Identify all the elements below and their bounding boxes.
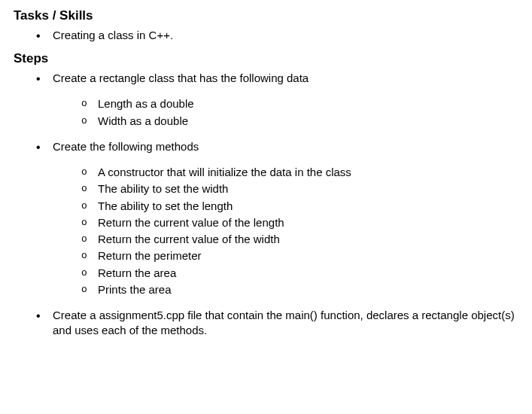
list-item: Create a rectangle class that has the fo… (14, 71, 518, 129)
sub-list: A constructor that will initialize the d… (53, 165, 518, 297)
tasks-skills-list: Creating a class in C++. (14, 28, 518, 43)
list-item-text: Create a rectangle class that has the fo… (53, 72, 309, 84)
list-item-text: Creating a class in C++. (53, 29, 173, 41)
sub-list-item: Width as a double (53, 114, 518, 129)
steps-heading: Steps (14, 50, 518, 68)
sub-list-item: Return the current value of the width (53, 232, 518, 247)
sub-list-item: Prints the area (53, 282, 518, 297)
tasks-skills-heading: Tasks / Skills (14, 8, 518, 25)
list-item-text: Create the following methods (53, 140, 199, 153)
sub-list-item: The ability to set the length (53, 199, 518, 214)
steps-list: Create a rectangle class that has the fo… (14, 71, 518, 339)
list-item: Creating a class in C++. (14, 28, 518, 43)
sub-list-item: Length as a double (53, 96, 518, 111)
list-item: Create the following methods A construct… (14, 139, 518, 297)
sub-list-item: Return the current value of the length (53, 215, 518, 230)
list-item-text: Create a assignment5.cpp file that conta… (53, 309, 515, 336)
sub-list: Length as a double Width as a double (53, 96, 518, 129)
sub-list-item: Return the area (53, 266, 518, 281)
sub-list-item: The ability to set the width (53, 181, 518, 196)
sub-list-item: Return the perimeter (53, 248, 518, 263)
list-item: Create a assignment5.cpp file that conta… (14, 308, 518, 339)
sub-list-item: A constructor that will initialize the d… (53, 165, 518, 180)
